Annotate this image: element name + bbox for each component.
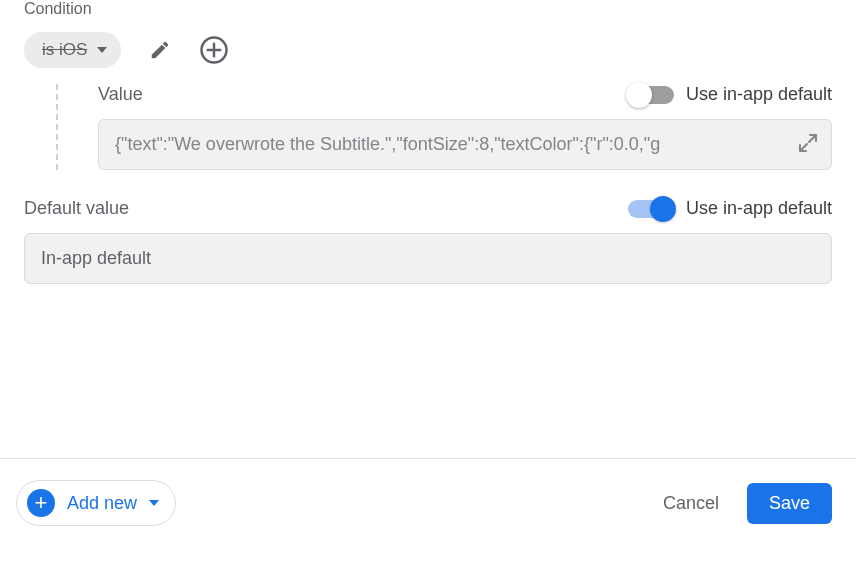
save-button[interactable]: Save (747, 483, 832, 524)
chevron-down-icon (149, 500, 159, 506)
expand-icon[interactable] (796, 131, 820, 159)
value-use-default-toggle[interactable] (628, 86, 674, 104)
add-new-label: Add new (67, 493, 137, 514)
add-new-button[interactable]: + Add new (16, 480, 176, 526)
condition-chip-text: is iOS (42, 40, 87, 60)
value-block: Value Use in-app default {"text":"We ove… (24, 84, 832, 170)
default-toggle-label: Use in-app default (686, 198, 832, 219)
toggle-knob (650, 196, 676, 222)
chevron-down-icon (97, 47, 107, 53)
value-toggle-label: Use in-app default (686, 84, 832, 105)
connector-line (56, 84, 58, 170)
cancel-button[interactable]: Cancel (663, 493, 719, 514)
default-value-input[interactable]: In-app default (24, 233, 832, 284)
condition-row: is iOS (24, 32, 832, 68)
divider (0, 458, 856, 459)
condition-section-label: Condition (24, 0, 832, 18)
value-label: Value (98, 84, 143, 105)
add-condition-icon[interactable] (199, 35, 229, 65)
edit-icon[interactable] (149, 39, 171, 61)
default-value-section: Default value Use in-app default In-app … (24, 198, 832, 284)
default-use-default-toggle[interactable] (628, 200, 674, 218)
footer: + Add new Cancel Save (0, 480, 856, 526)
default-value-label: Default value (24, 198, 129, 219)
plus-icon: + (27, 489, 55, 517)
value-input[interactable]: {"text":"We overwrote the Subtitle.","fo… (98, 119, 832, 170)
condition-chip[interactable]: is iOS (24, 32, 121, 68)
toggle-knob (626, 82, 652, 108)
